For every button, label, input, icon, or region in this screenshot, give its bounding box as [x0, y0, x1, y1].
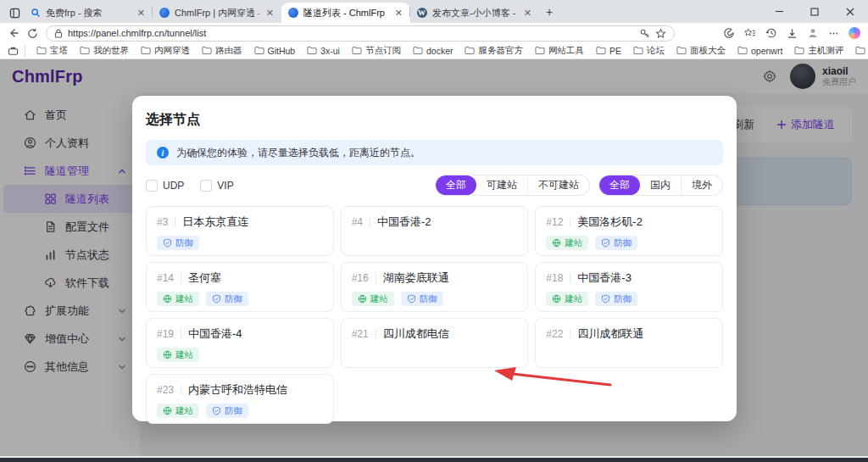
address-bar[interactable]: https://panel.chmlfrp.cn/tunnel/list: [46, 25, 675, 42]
node-card[interactable]: #3日本东京直连防御: [146, 206, 334, 256]
node-card[interactable]: #23内蒙古呼和浩特电信建站防御: [146, 374, 334, 424]
segment-option[interactable]: 全部: [436, 175, 476, 195]
checkbox-label: VIP: [217, 180, 233, 192]
red-annotation-arrow: [493, 365, 616, 390]
browser-toolbar: https://panel.chmlfrp.cn/tunnel/list: [0, 23, 868, 43]
browser-tab-4[interactable]: W发布文章-小小博客 - 记录与学习✕: [410, 3, 539, 23]
bookmark-item[interactable]: 网站工具: [529, 45, 590, 57]
node-card[interactable]: #22四川成都联通: [535, 318, 723, 368]
node-name: 内蒙古呼和浩特电信: [188, 382, 287, 398]
divider: [570, 329, 570, 339]
browser-tab-bar: 免费frp - 搜索✕ChmlFrp | 内网穿透 - 免费,高速稳✕隧道列表 …: [0, 0, 868, 23]
filter-checkbox-UDP[interactable]: UDP: [146, 180, 184, 192]
divider: [175, 217, 175, 227]
refresh-icon[interactable]: [27, 28, 38, 39]
bookmark-item[interactable]: 我的世界: [74, 45, 135, 57]
info-icon: i: [157, 147, 169, 159]
node-card[interactable]: #4中国香港-2: [341, 206, 529, 256]
bookmark-item[interactable]: 论坛: [627, 45, 670, 57]
bookmark-item[interactable]: 面板大全: [670, 45, 732, 57]
shield-icon: [601, 294, 610, 303]
node-name: 美国洛杉矶-2: [577, 214, 643, 230]
close-window-button[interactable]: [832, 0, 868, 23]
folder-icon: [413, 46, 423, 57]
settings-more-icon[interactable]: [828, 28, 839, 39]
checkbox-unchecked[interactable]: [200, 180, 212, 192]
node-id: #23: [157, 384, 174, 396]
segment-option[interactable]: 不可建站: [527, 175, 589, 195]
bookmark-item[interactable]: 宝塔: [31, 45, 74, 57]
node-card[interactable]: #12美国洛杉矶-2建站防御: [535, 206, 723, 256]
bookmark-item[interactable]: 路由器: [196, 45, 248, 57]
history-icon[interactable]: [765, 27, 777, 39]
segment-option[interactable]: 境外: [681, 175, 722, 195]
bookmark-label: 我的世界: [93, 45, 129, 57]
copilot-icon[interactable]: [849, 27, 860, 39]
bookmark-item[interactable]: 节点订阅: [346, 45, 407, 57]
bookmark-label: 服务器官方: [478, 45, 523, 57]
tab-close-icon[interactable]: ✕: [136, 8, 147, 19]
tab-workspaces-icon[interactable]: [5, 4, 24, 21]
node-card[interactable]: #19中国香港-4建站: [146, 318, 334, 368]
badge-label: 建站: [370, 293, 388, 304]
downloads-icon[interactable]: [787, 28, 798, 39]
node-card[interactable]: #16湖南娄底联通建站防御: [341, 262, 529, 312]
node-name: 中国香港-4: [188, 326, 242, 342]
node-badges: 建站: [157, 348, 323, 362]
tab-close-icon[interactable]: ✕: [522, 8, 533, 19]
node-card[interactable]: #18中国香港-3建站防御: [535, 262, 723, 312]
badge-defense: 防御: [595, 236, 637, 250]
bookmark-item[interactable]: PE: [590, 46, 627, 57]
node-card-header: #16湖南娄底联通: [352, 270, 518, 286]
app-viewport: ChmlFrp xiaoil 免费用户 首页个人资料隧道管理隧道列表配置文件节点…: [0, 59, 868, 456]
bookmark-item[interactable]: docker: [407, 46, 459, 57]
favorites-bar-icon[interactable]: [744, 27, 756, 39]
tab-close-icon[interactable]: ✕: [393, 8, 404, 19]
apps-grid-icon[interactable]: [8, 46, 25, 57]
bookmark-item[interactable]: 主机测评: [788, 45, 849, 57]
bookmark-item[interactable]: 3x-ui: [301, 46, 346, 57]
bookmark-label: GitHub: [268, 46, 296, 56]
bookmark-label: docker: [426, 46, 453, 56]
url-text[interactable]: https://panel.chmlfrp.cn/tunnel/list: [68, 28, 634, 38]
bookmark-label: 3x-ui: [320, 46, 340, 56]
bookmark-item[interactable]: 服务器官方: [459, 45, 529, 57]
badge-label: 防御: [614, 237, 632, 248]
folder-icon: [254, 46, 264, 57]
extensions-icon[interactable]: [723, 27, 735, 39]
browser-tab-3[interactable]: 隧道列表 - ChmlFrp✕: [281, 3, 410, 23]
filter-checkbox-VIP[interactable]: VIP: [200, 180, 233, 192]
badge-label: 防御: [175, 237, 193, 248]
node-name: 湖南娄底联通: [383, 270, 449, 286]
browser-tab-1[interactable]: 免费frp - 搜索✕: [24, 3, 153, 23]
minimize-button[interactable]: [761, 0, 797, 23]
node-badges: 建站防御: [546, 292, 712, 306]
node-badges: 建站防御: [352, 292, 518, 306]
profile-icon[interactable]: [807, 27, 819, 39]
node-grid: #3日本东京直连防御#4中国香港-2#12美国洛杉矶-2建站防御#14圣何塞建站…: [146, 206, 723, 424]
node-id: #4: [352, 216, 363, 228]
bookmark-item[interactable]: 内网穿透: [135, 45, 196, 57]
bookmark-item[interactable]: openwrt: [732, 46, 788, 57]
favorite-star-icon[interactable]: [655, 28, 666, 39]
segment-option[interactable]: 可建站: [476, 175, 527, 195]
node-card[interactable]: #14圣何塞建站防御: [146, 262, 334, 312]
node-name: 圣何塞: [188, 270, 221, 286]
badge-defense: 防御: [401, 292, 443, 306]
node-card[interactable]: #21四川成都电信: [341, 318, 529, 368]
back-icon[interactable]: [8, 27, 19, 39]
segment-option[interactable]: 全部: [599, 175, 640, 195]
bookmark-item[interactable]: GitHub: [248, 46, 302, 57]
new-tab-button[interactable]: +: [539, 3, 559, 21]
checkbox-unchecked[interactable]: [146, 180, 158, 192]
maximize-button[interactable]: [797, 0, 832, 23]
segment-option[interactable]: 国内: [640, 175, 681, 195]
badge-label: 防御: [225, 293, 242, 304]
browser-tab-2[interactable]: ChmlFrp | 内网穿透 - 免费,高速稳✕: [153, 3, 281, 23]
tab-close-icon[interactable]: ✕: [264, 8, 275, 19]
bookmark-item[interactable]: CDN: [849, 46, 868, 57]
modal-title: 选择节点: [146, 111, 723, 129]
node-card-header: #12美国洛杉矶-2: [546, 214, 712, 230]
password-key-icon[interactable]: [639, 28, 650, 39]
globe-icon: [163, 294, 172, 303]
